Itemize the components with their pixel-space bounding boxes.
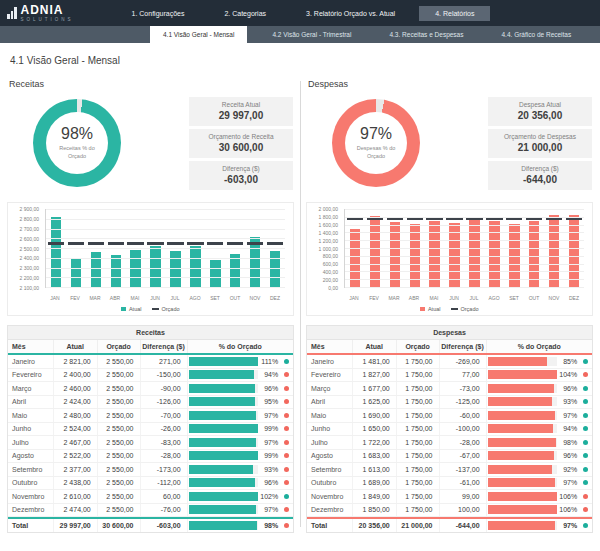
status-dot-good-icon	[284, 494, 289, 499]
bar-atual	[489, 221, 499, 287]
cell-atual: 2 377,00	[54, 463, 98, 476]
cell-atual: 1 677,00	[353, 382, 397, 395]
cell-atual: 2 424,00	[54, 396, 98, 409]
pct-bar-track	[488, 438, 558, 447]
pct-bar-fill	[189, 411, 257, 420]
cell-month: Setembro	[8, 463, 54, 476]
nav-item-1[interactable]: 1. Configurações	[116, 6, 201, 21]
col-header-mes: Mês	[8, 340, 54, 353]
cell-pct: 97%	[260, 439, 280, 446]
gridline	[345, 256, 584, 257]
cell-pct: 95%	[260, 398, 280, 405]
gridline	[345, 240, 584, 241]
y-tick-label: 2 100,00	[6, 285, 39, 291]
status-dot-bad-icon	[284, 426, 289, 431]
page-title: 4.1 Visão Geral - Mensal	[10, 55, 600, 66]
status-dot-cell	[280, 413, 293, 418]
cell-diferenca: 100,00	[440, 504, 487, 517]
donut-percent: 97%	[360, 125, 392, 143]
pct-bar-fill	[488, 357, 547, 366]
cell-atual: 2 438,00	[54, 477, 98, 490]
nav-item-2[interactable]: 2. Categorias	[208, 6, 282, 21]
cell-month: Março	[8, 382, 54, 395]
cell-pct: 92%	[559, 466, 579, 473]
orcado-marker	[187, 242, 203, 245]
x-tick-label: MAR	[85, 292, 105, 301]
cell-orcado: 1 750,00	[397, 477, 440, 490]
pct-bar-track	[189, 438, 259, 447]
gridline	[46, 229, 285, 230]
cell-orcado: 2 550,00	[98, 382, 141, 395]
table-header: Mês Atual Orçado Diferença ($) % do Orça…	[8, 340, 293, 355]
cell-pct: 99%	[260, 452, 280, 459]
bar-atual	[71, 258, 81, 287]
cell-pct: 104%	[559, 371, 579, 378]
tab-2[interactable]: 4.2 Visão Geral - Trimestral	[259, 26, 364, 43]
table-total-row: Total20 356,0021 000,00-644,0097%	[307, 517, 592, 532]
x-tick-label: DEZ	[564, 292, 584, 301]
nav-item-3[interactable]: 3. Relatório Orçado vs. Atual	[290, 6, 411, 21]
section-title-despesas: Despesas	[308, 79, 593, 89]
status-dot-good-icon	[583, 480, 588, 485]
status-dot-cell	[280, 467, 293, 472]
pct-bar-track	[488, 424, 558, 433]
pct-bar-fill	[189, 505, 257, 514]
stat-value: 30 600,00	[189, 142, 293, 153]
cell-orcado: 2 550,00	[98, 396, 141, 409]
status-dot-bad-icon	[284, 386, 289, 391]
bar-atual	[529, 221, 539, 287]
gridline	[345, 217, 584, 218]
tab-4[interactable]: 4.4. Gráfico de Receitas	[489, 26, 585, 43]
pct-bar-fill	[488, 397, 553, 406]
cell-orcado: 2 550,00	[98, 450, 141, 463]
cell-diferenca: 77,00	[440, 369, 487, 382]
legend-orcado-dash-icon	[451, 308, 458, 310]
cell-diferenca: 99,00	[440, 490, 487, 503]
orcado-marker	[247, 242, 263, 245]
cell-pct: 97%	[260, 506, 280, 513]
status-dot-good-icon	[583, 359, 588, 364]
vertical-divider	[300, 81, 301, 527]
cell-pct: 96%	[260, 385, 280, 392]
pct-bar-fill	[488, 492, 558, 501]
cell-atual: 1 849,00	[353, 490, 397, 503]
bar-atual	[370, 216, 380, 287]
table-row: Abril2 424,002 550,00-126,0095%	[8, 396, 293, 410]
table-row: Julho1 722,001 750,00-28,0098%	[307, 436, 592, 450]
status-dot-cell	[280, 453, 293, 458]
bar-atual	[469, 220, 479, 287]
orcado-marker	[48, 242, 64, 245]
cell-pct: 98%	[559, 439, 579, 446]
table-row: Fevereiro2 400,002 550,00-150,0094%	[8, 369, 293, 383]
stat-box: Orçamento de Despesas 21 000,00	[488, 129, 592, 158]
status-dot-good-icon	[583, 399, 588, 404]
tab-1[interactable]: 4.1 Visão Geral - Mensal	[150, 26, 247, 43]
cell-orcado: 2 550,00	[98, 477, 141, 490]
stats-panel-receitas: Receita Atual 29 997,00 Orçamento de Rec…	[189, 97, 293, 190]
table-body: Janeiro1 481,001 750,00-269,0085%Feverei…	[307, 355, 592, 517]
table-row: Outubro2 438,002 550,00-112,0096%	[8, 477, 293, 491]
y-tick-label: 600,00	[305, 261, 338, 267]
pct-bar-fill	[189, 465, 254, 474]
bar-chart-logo-icon	[7, 7, 17, 19]
cell-diferenca: -28,00	[141, 450, 188, 463]
pct-bar-track	[189, 384, 259, 393]
cell-month: Total	[307, 519, 353, 532]
table-row: Junho1 650,001 750,00-100,0094%	[307, 423, 592, 437]
cell-month: Julho	[307, 436, 353, 449]
nav-item-4[interactable]: 4. Relatórios	[419, 6, 490, 21]
status-dot-bad-icon	[583, 494, 588, 499]
stat-label: Receita Atual	[189, 101, 293, 108]
top-nav: 1. Configurações2. Categorias3. Relatóri…	[116, 6, 499, 21]
donut-percent: 98%	[61, 125, 93, 143]
status-dot-cell	[579, 399, 592, 404]
status-dot-cell	[579, 480, 592, 485]
table-title: Receitas	[8, 326, 293, 340]
tab-3[interactable]: 4.3. Receitas e Despesas	[376, 26, 476, 43]
gridline	[345, 232, 584, 233]
pct-bar-track	[488, 478, 558, 487]
x-tick-label: JUL	[464, 292, 484, 301]
gridline	[345, 279, 584, 280]
x-axis: JANFEVMARABRMAIJUNJULAGOSETOUTNOVDEZ	[45, 292, 285, 301]
col-header-orcado: Orçado	[397, 340, 440, 353]
